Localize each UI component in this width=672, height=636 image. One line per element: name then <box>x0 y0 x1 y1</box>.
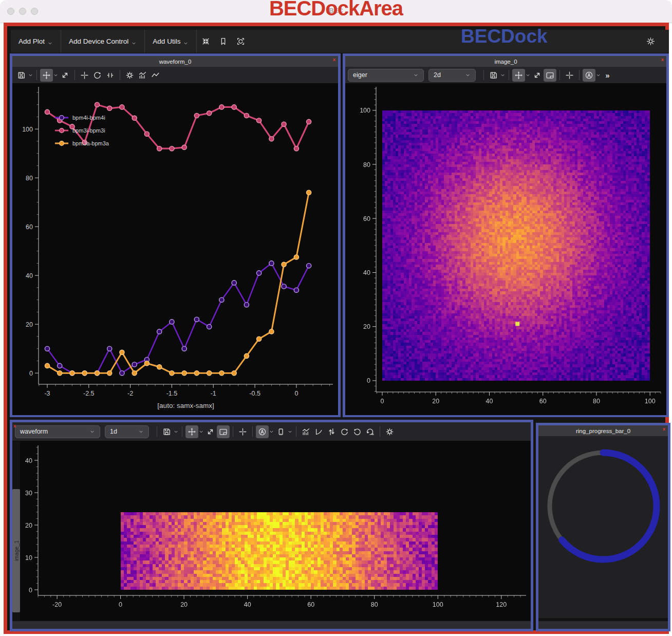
svg-text:10: 10 <box>25 554 32 562</box>
chevron-down-icon <box>183 41 189 46</box>
scatter-marker <box>515 322 519 326</box>
reset-view-icon[interactable] <box>91 69 104 82</box>
autoscale-menu-chevron-icon[interactable] <box>595 72 601 78</box>
main-toolbar-right <box>644 30 657 53</box>
svg-text:100: 100 <box>360 107 370 114</box>
svg-text:[auto: samx-samx]: [auto: samx-samx] <box>157 402 214 409</box>
add-plot-button[interactable]: Add Plot <box>11 30 61 53</box>
more-tools-icon[interactable]: » <box>601 69 614 82</box>
svg-text:100: 100 <box>645 398 656 405</box>
close-icon[interactable]: x <box>661 57 664 62</box>
autoscale-menu-chevron-icon[interactable] <box>269 429 274 435</box>
svg-text:20: 20 <box>180 601 188 608</box>
save-state-bookmark-icon[interactable] <box>216 34 230 49</box>
widget-select-dropdown[interactable]: waveform <box>15 425 100 438</box>
svg-text:-2: -2 <box>127 390 133 397</box>
auto-range-frame-icon[interactable] <box>544 69 556 82</box>
toolbar-separator <box>233 426 233 437</box>
pan-mode-menu-chevron-icon[interactable] <box>53 72 59 78</box>
svg-text:20: 20 <box>363 323 370 330</box>
image0-plot[interactable]: 020406080100020406080100 <box>345 84 666 415</box>
svg-text:80: 80 <box>363 161 370 169</box>
legend-item[interactable]: bpm3i-bpm3i <box>55 127 105 134</box>
svg-text:40: 40 <box>244 601 251 608</box>
svg-text:0: 0 <box>29 370 33 377</box>
collapse-all-icon[interactable] <box>198 34 213 49</box>
save-menu-chevron-icon[interactable] <box>173 429 179 435</box>
dock-waveform-0: waveform_0 x -3-2.5-2-1.5-1-0.5002040608… <box>10 53 341 417</box>
log-scale-icon[interactable] <box>312 425 325 438</box>
dimension-select-dropdown[interactable]: 1d <box>105 425 149 438</box>
crosshair-icon[interactable] <box>78 69 91 82</box>
bottom-axes: -20020406080100120010203040 <box>20 441 531 621</box>
dock-title: ring_progress_bar_0 <box>576 428 630 434</box>
crosshair-icon[interactable] <box>563 69 576 82</box>
rotate-view-menu-chevron-icon[interactable] <box>287 429 293 435</box>
legend-item[interactable]: bpm3a-bpm3a <box>55 140 109 146</box>
restore-state-icon[interactable] <box>233 34 248 49</box>
settings-icon[interactable] <box>383 425 396 438</box>
save-icon[interactable] <box>487 69 500 82</box>
pan-mode-icon[interactable] <box>40 69 53 82</box>
waveform0-plot[interactable]: -3-2.5-2-1.5-1-0.50020406080100[auto: sa… <box>12 84 338 415</box>
save-menu-chevron-icon[interactable] <box>500 72 506 78</box>
dock-waveform-bottom: x waveform1d image_1 -200204060801001200… <box>10 420 533 631</box>
transpose-icon[interactable] <box>325 425 338 438</box>
rotate-cw-icon[interactable] <box>338 425 351 438</box>
settings-icon[interactable] <box>123 69 136 82</box>
dock-title-bar[interactable]: ring_progress_bar_0 x <box>538 425 668 436</box>
svg-text:40: 40 <box>26 272 33 279</box>
add-utils-button[interactable]: Add Utils <box>145 30 196 53</box>
crosshair-icon[interactable] <box>236 425 249 438</box>
pan-mode-menu-chevron-icon[interactable] <box>198 429 204 435</box>
auto-range-frame-icon[interactable] <box>217 425 230 438</box>
chevron-down-icon <box>413 72 419 78</box>
dimension-select-dropdown[interactable]: 2d <box>428 69 476 82</box>
toolbar-separator <box>483 70 484 80</box>
pan-mode-icon[interactable] <box>185 425 198 438</box>
widget-select-value: waveform <box>20 428 48 435</box>
toolbar-separator <box>120 70 120 80</box>
theme-toggle-icon[interactable] <box>644 35 657 48</box>
dock-resize-strip[interactable] <box>12 621 531 629</box>
save-menu-chevron-icon[interactable] <box>28 72 33 78</box>
toolbar-separator <box>579 70 580 80</box>
x-range-icon[interactable] <box>104 69 117 82</box>
rotate-view-icon[interactable] <box>274 425 287 438</box>
reset-rotation-icon[interactable] <box>364 425 377 438</box>
autoscale-icon[interactable] <box>256 425 269 438</box>
expand-mode-icon[interactable] <box>59 69 71 82</box>
waveform0-chart[interactable]: -3-2.5-2-1.5-1-0.50020406080100[auto: sa… <box>12 84 338 415</box>
expand-mode-icon[interactable] <box>531 69 544 82</box>
fft-icon[interactable] <box>300 425 312 438</box>
annotation-dockarea-label: BECDockArea <box>269 0 403 20</box>
close-icon[interactable]: x <box>13 423 16 428</box>
fft-icon[interactable] <box>136 69 149 82</box>
svg-text:bpm3i-bpm3i: bpm3i-bpm3i <box>72 127 105 134</box>
close-icon[interactable]: x <box>333 57 335 62</box>
bottom-plot[interactable]: -20020406080100120010203040 <box>20 441 531 621</box>
expand-mode-icon[interactable] <box>204 425 217 438</box>
dock-title-bar[interactable]: image_0 x <box>345 56 666 67</box>
dock-tab-image-1[interactable]: image_1 <box>12 489 20 612</box>
save-icon[interactable] <box>15 69 28 82</box>
save-icon[interactable] <box>160 425 173 438</box>
svg-text:bpm3a-bpm3a: bpm3a-bpm3a <box>72 140 109 146</box>
dock-title-bar[interactable]: waveform_0 x <box>12 56 338 67</box>
svg-text:40: 40 <box>486 398 493 405</box>
toolbar-separator <box>196 30 197 53</box>
add-utils-label: Add Utils <box>153 38 180 45</box>
rotate-ccw-icon[interactable] <box>351 425 364 438</box>
waveform0-toolbar <box>12 67 338 84</box>
curve-tools-icon[interactable] <box>149 69 162 82</box>
chevron-down-icon <box>89 429 95 435</box>
pan-mode-menu-chevron-icon[interactable] <box>525 72 531 78</box>
add-device-control-button[interactable]: Add Device Control <box>61 30 144 53</box>
toolbar-separator <box>182 426 182 437</box>
pan-mode-icon[interactable] <box>512 69 525 82</box>
device-select-dropdown[interactable]: eiger <box>348 69 424 82</box>
autoscale-icon[interactable] <box>583 69 595 82</box>
dock-resize-strip[interactable] <box>538 621 668 629</box>
legend-item[interactable]: bpm4i-bpm4i <box>55 115 105 121</box>
close-icon[interactable]: x <box>663 426 665 432</box>
